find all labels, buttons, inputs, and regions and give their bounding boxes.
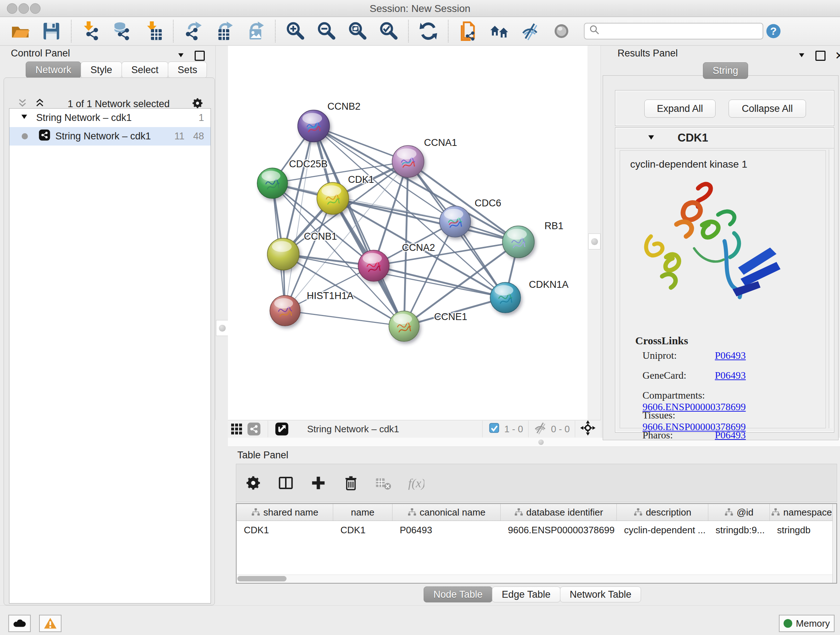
float-panel-icon[interactable] <box>195 51 205 61</box>
table-cell[interactable]: stringdb:9... <box>708 521 770 539</box>
network-node-cdc25b[interactable] <box>257 168 287 198</box>
gear-icon[interactable] <box>245 475 262 491</box>
left-splitter[interactable] <box>215 46 229 420</box>
column-header-namespace[interactable]: namespace <box>770 504 834 521</box>
triangle-down-icon[interactable] <box>19 112 29 124</box>
node-label-ccna1: CCNA1 <box>424 137 457 148</box>
network-node-cdc6[interactable] <box>439 206 471 237</box>
tab-network-table[interactable]: Network Table <box>560 586 641 602</box>
zoom-in-icon[interactable] <box>285 21 305 41</box>
table-cell[interactable]: cyclin-dependent ... <box>617 521 708 539</box>
eye-icon[interactable] <box>551 21 572 41</box>
tab-style[interactable]: Style <box>81 62 122 78</box>
collapse-all-button[interactable]: Collapse All <box>729 100 806 118</box>
float-panel-icon[interactable] <box>815 51 826 61</box>
network-node-cdkn1a[interactable] <box>490 282 521 313</box>
hide-details-icon[interactable] <box>520 21 540 41</box>
column-header-database-identifier[interactable]: database identifier <box>501 504 617 521</box>
column-header-shared-name[interactable]: shared name <box>237 504 333 521</box>
column-header-name[interactable]: name <box>333 504 393 521</box>
open-folder-icon[interactable] <box>10 21 30 41</box>
column-header--id[interactable]: @id <box>708 504 770 521</box>
zoom-fit-icon[interactable] <box>347 21 368 41</box>
trash-icon[interactable] <box>343 475 359 491</box>
expand-all-button[interactable]: Expand All <box>644 100 715 118</box>
close-panel-icon[interactable]: ✕ <box>835 49 840 62</box>
collapse-panel-icon[interactable] <box>797 51 806 61</box>
horizontal-splitter-handle[interactable] <box>533 439 548 446</box>
tab-sets[interactable]: Sets <box>168 62 207 78</box>
network-edge[interactable] <box>285 310 404 326</box>
table-row[interactable]: CDK1CDK1P064939606.ENSP00000378699cyclin… <box>237 521 836 539</box>
network-node-ccna2[interactable] <box>358 250 389 281</box>
import-network-icon[interactable] <box>81 21 101 41</box>
table-cell[interactable]: P06493 <box>393 521 501 539</box>
table-cell[interactable]: 9606.ENSP00000378699 <box>501 521 617 539</box>
checkbox-checked-icon[interactable] <box>488 421 501 437</box>
network-edge[interactable] <box>285 162 408 310</box>
memory-button[interactable]: Memory <box>779 615 835 632</box>
search-field[interactable] <box>601 26 758 37</box>
crosslink-value-link[interactable]: P06493 <box>715 370 746 381</box>
string-document-icon[interactable] <box>458 21 478 41</box>
right-splitter-handle[interactable] <box>588 233 600 249</box>
warning-icon[interactable] <box>39 615 62 632</box>
export-image-icon[interactable] <box>245 21 265 41</box>
tab-select[interactable]: Select <box>122 62 168 78</box>
help-icon[interactable]: ? <box>763 21 783 41</box>
column-header-canonical-name[interactable]: canonical name <box>393 504 501 521</box>
crosslink-value-link[interactable]: P06493 <box>715 429 746 440</box>
network-node-hist1h1a[interactable] <box>270 295 300 326</box>
tab-node-table[interactable]: Node Table <box>424 586 493 602</box>
network-collection-row[interactable]: String Network – cdk1 1 <box>9 109 210 127</box>
results-scrollbar[interactable] <box>829 149 833 428</box>
home-pair-icon[interactable] <box>489 21 509 41</box>
network-node-ccnb2[interactable] <box>298 110 330 142</box>
search-input[interactable] <box>584 23 763 40</box>
network-edge[interactable] <box>285 126 314 310</box>
node-table: shared namenamecanonical namedatabase id… <box>236 503 837 584</box>
share-gray-icon[interactable] <box>245 421 263 437</box>
refresh-icon[interactable] <box>418 21 439 41</box>
node-label-cdc6: CDC6 <box>475 198 501 209</box>
gene-section-header[interactable]: CDK1 <box>615 128 834 149</box>
network-edge[interactable] <box>314 126 518 242</box>
table-hscrollbar-thumb[interactable] <box>237 576 286 581</box>
table-hscrollbar[interactable] <box>237 575 834 583</box>
table-vscrollbar[interactable] <box>832 504 836 583</box>
tab-network[interactable]: Network <box>26 62 81 78</box>
save-icon[interactable] <box>41 21 62 41</box>
export-table-icon[interactable] <box>214 21 234 41</box>
right-splitter[interactable] <box>587 46 601 420</box>
table-cell[interactable]: CDK1 <box>333 521 393 539</box>
column-header-description[interactable]: description <box>617 504 708 521</box>
split-columns-icon[interactable] <box>278 475 294 491</box>
network-node-ccna1[interactable] <box>392 146 424 177</box>
crosshair-icon[interactable] <box>580 420 595 438</box>
network-edge[interactable] <box>404 222 455 326</box>
network-canvas[interactable]: CCNB2CCNA1CDC25BCDK1CDC6RB1CCNB1CCNA2CDK… <box>228 46 587 420</box>
external-link-icon[interactable] <box>273 421 291 437</box>
cloud-icon[interactable] <box>8 615 31 632</box>
grid-icon[interactable] <box>228 421 245 437</box>
add-icon[interactable] <box>310 475 327 491</box>
crosslink-value-link[interactable]: P06493 <box>715 350 746 361</box>
collapse-panel-icon[interactable] <box>177 51 185 61</box>
network-node-ccne1[interactable] <box>389 311 419 341</box>
import-database-icon[interactable] <box>112 21 133 41</box>
crosslink-label: Compartments: <box>643 390 715 401</box>
network-node-cdk1[interactable] <box>317 182 349 214</box>
left-splitter-handle[interactable] <box>216 320 228 336</box>
export-network-icon[interactable] <box>183 21 203 41</box>
network-row[interactable]: String Network – cdk1 11 48 <box>9 127 210 146</box>
tab-string[interactable]: String <box>703 62 748 79</box>
triangle-down-icon[interactable] <box>646 133 656 143</box>
import-table-icon[interactable] <box>143 21 164 41</box>
network-node-rb1[interactable] <box>502 226 534 258</box>
table-cell[interactable]: CDK1 <box>237 521 333 539</box>
network-node-ccnb1[interactable] <box>267 238 299 270</box>
tab-edge-table[interactable]: Edge Table <box>492 586 561 602</box>
zoom-selected-icon[interactable] <box>378 21 399 41</box>
zoom-out-icon[interactable] <box>316 21 336 41</box>
table-cell[interactable]: stringdb <box>770 521 834 539</box>
